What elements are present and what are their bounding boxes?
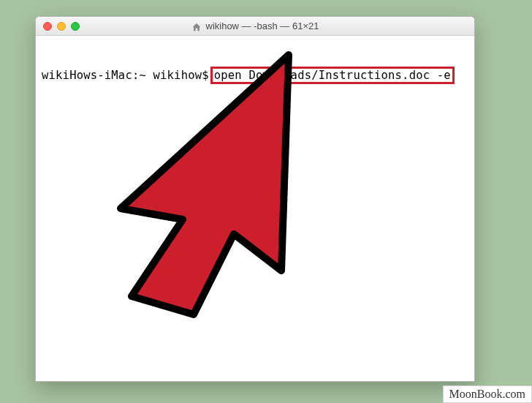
terminal-window: wikihow — -bash — 61×21 wikiHows-iMac:~ … [35, 16, 475, 382]
titlebar[interactable]: wikihow — -bash — 61×21 [36, 17, 474, 36]
command-highlight: open Downloads/Instructions.doc -e [210, 67, 455, 84]
close-icon[interactable] [43, 22, 52, 31]
minimize-icon[interactable] [57, 22, 66, 31]
window-title: wikihow — -bash — 61×21 [206, 20, 319, 31]
prompt-line: wikiHows-iMac:~ wikihow$ open Downloads/… [42, 67, 468, 84]
terminal-prompt: wikiHows-iMac:~ wikihow$ [42, 69, 209, 82]
window-title-wrap: wikihow — -bash — 61×21 [36, 20, 474, 31]
zoom-icon[interactable] [71, 22, 80, 31]
terminal-command: open Downloads/Instructions.doc -e [214, 69, 451, 82]
watermark: MoonBook.com [443, 385, 532, 403]
watermark-text: MoonBook.com [449, 388, 525, 400]
terminal-body[interactable]: wikiHows-iMac:~ wikihow$ open Downloads/… [36, 36, 474, 115]
home-icon [191, 21, 202, 31]
traffic-lights [36, 22, 80, 31]
